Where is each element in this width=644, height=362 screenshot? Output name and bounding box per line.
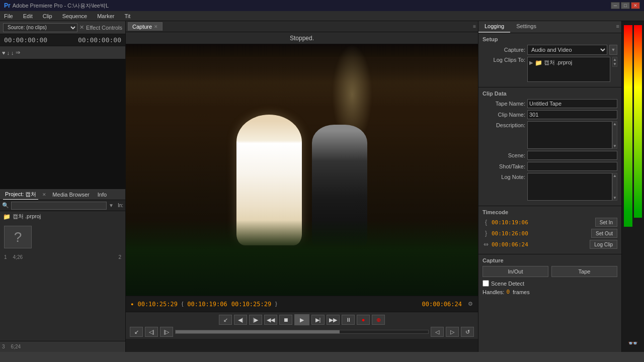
lognote-scroll-up[interactable]: ▲ bbox=[613, 173, 617, 178]
search-dropdown[interactable]: ▼ bbox=[109, 203, 114, 208]
tc-out-icon: } bbox=[482, 230, 490, 237]
tab-close-icon[interactable]: ✕ bbox=[154, 24, 158, 29]
minimize-button[interactable]: ─ bbox=[611, 2, 620, 9]
scroll-up[interactable]: ▲ bbox=[613, 57, 617, 62]
log-clip-button[interactable]: Log Clip bbox=[590, 240, 617, 249]
desc-scrollbar[interactable]: ▲ ▼ bbox=[612, 121, 617, 149]
project-search-bar: 🔍 ▼ In: bbox=[0, 200, 125, 211]
tc-in-value: 00:10:19:06 bbox=[492, 219, 593, 226]
step-back-button[interactable]: ◀| bbox=[234, 315, 247, 325]
desc-scroll-down[interactable]: ▼ bbox=[613, 144, 617, 148]
list-item: ? bbox=[4, 226, 32, 249]
menu-title[interactable]: Tit bbox=[122, 12, 132, 20]
project-tab-info[interactable]: Info bbox=[96, 191, 109, 199]
search-input[interactable] bbox=[11, 202, 107, 210]
project-tab-media[interactable]: Media Browser bbox=[50, 191, 91, 199]
menu-marker[interactable]: Marker bbox=[95, 12, 116, 20]
clip-icon[interactable]: ? bbox=[4, 226, 32, 248]
scene-detect-label: Scene Detect bbox=[491, 281, 524, 287]
logging-tab[interactable]: Logging bbox=[478, 21, 510, 33]
insert-icon[interactable]: ⇒ bbox=[16, 49, 20, 56]
set-out-button[interactable]: Set Out bbox=[591, 229, 617, 238]
page-num-bottom: 3 bbox=[2, 344, 5, 349]
tc-out-value: 00:10:26:00 bbox=[492, 230, 589, 237]
clip-name-input[interactable] bbox=[527, 110, 617, 119]
rewind-button[interactable]: ◀◀ bbox=[264, 315, 277, 325]
capture-tab[interactable]: Capture ✕ bbox=[128, 22, 163, 31]
progress-bar[interactable] bbox=[175, 330, 429, 334]
panel-menu-icon[interactable]: ≡ bbox=[473, 24, 476, 29]
meter-bar-right bbox=[634, 25, 642, 335]
timecode-left: 00:00:00:00 bbox=[4, 36, 47, 44]
menu-bar: File Edit Clip Sequence Marker Tit bbox=[0, 11, 644, 21]
settings-tab[interactable]: Settings bbox=[510, 21, 542, 33]
count-info: 2 bbox=[118, 254, 121, 260]
tape-button[interactable]: Tape bbox=[551, 266, 617, 277]
mark-in2-button[interactable]: ↙ bbox=[130, 327, 143, 337]
scroll-down[interactable]: ▼ bbox=[613, 62, 617, 66]
project-items: ? bbox=[0, 222, 125, 253]
fast-forward-button[interactable]: ▶▶ bbox=[327, 315, 340, 325]
log-note-input[interactable] bbox=[527, 173, 612, 201]
set-out-icon[interactable]: ↓ bbox=[11, 50, 14, 56]
mark-in-button[interactable]: ↙ bbox=[219, 315, 232, 325]
project-tab-main[interactable]: Project: 캡처 bbox=[3, 190, 38, 200]
window-controls[interactable]: ─ □ ✕ bbox=[611, 2, 640, 9]
jog-left-button[interactable]: ◁ bbox=[431, 327, 444, 337]
lognote-scroll-down[interactable]: ▼ bbox=[613, 196, 617, 200]
desc-scroll-up[interactable]: ▲ bbox=[613, 122, 617, 126]
in-out-button[interactable]: In/Out bbox=[482, 266, 548, 277]
flowers-overlay bbox=[126, 220, 478, 296]
prev-frame-button[interactable]: ◁| bbox=[145, 327, 158, 337]
tc-in-row: { 00:10:19:06 Set In bbox=[482, 218, 617, 227]
play-forward-button[interactable]: ▶| bbox=[311, 315, 325, 325]
scene-input[interactable] bbox=[527, 151, 617, 160]
right-panel: Logging Settings ≡ Setup Capture: Audio … bbox=[478, 21, 621, 352]
pause-button[interactable]: ⏸ bbox=[342, 315, 355, 325]
source-dropdown[interactable]: Source: (no clips) bbox=[3, 23, 77, 32]
capture-timecode-bar: ● 00:10:25:29 { 00:10:19:06 00:10:25:29 … bbox=[126, 296, 478, 312]
menu-file[interactable]: File bbox=[2, 12, 15, 20]
capture-select[interactable]: Audio and Video bbox=[527, 45, 607, 55]
tc-in-icon: { bbox=[482, 219, 490, 226]
close-button[interactable]: ✕ bbox=[631, 2, 640, 9]
loop-button[interactable]: ⊕ bbox=[372, 315, 385, 325]
jog-right-button[interactable]: ▷ bbox=[446, 327, 459, 337]
clip-name-row: Clip Name: bbox=[482, 110, 617, 119]
scene-detect-checkbox[interactable] bbox=[482, 280, 489, 287]
source-close[interactable]: ✕ bbox=[79, 24, 84, 31]
mark-in-icon[interactable]: ♥ bbox=[2, 50, 6, 56]
shuttle-button[interactable]: ↺ bbox=[461, 327, 474, 337]
log-note-row: Log Note: ▲ ▼ bbox=[482, 173, 617, 201]
handles-value: 0 bbox=[506, 289, 510, 295]
set-in-button[interactable]: Set In bbox=[595, 218, 617, 227]
folder-icon: 📁 bbox=[3, 213, 11, 220]
step-forward-button[interactable]: |▶ bbox=[249, 315, 262, 325]
next-frame-button[interactable]: |▷ bbox=[160, 327, 173, 337]
play-button[interactable]: ▶ bbox=[294, 314, 309, 325]
menu-clip[interactable]: Clip bbox=[41, 12, 54, 20]
project-folder: 📁 캡처 .prproj bbox=[0, 211, 125, 222]
menu-edit[interactable]: Edit bbox=[21, 12, 35, 20]
stop-button[interactable]: ⏹ bbox=[279, 315, 292, 325]
setup-title: Setup bbox=[482, 36, 617, 42]
capture-dropdown-arrow[interactable]: ▼ bbox=[609, 45, 617, 55]
project-close[interactable]: ✕ bbox=[42, 192, 46, 197]
effect-controls-tab[interactable]: Effect Controls bbox=[86, 25, 122, 31]
project-content: 📁 캡처 .prproj ? 1 4;26 2 bbox=[0, 211, 125, 341]
menu-sequence[interactable]: Sequence bbox=[60, 12, 90, 20]
panel-options-icon[interactable]: ≡ bbox=[614, 21, 621, 33]
shot-take-row: Shot/Take: bbox=[482, 162, 617, 171]
record-button[interactable]: ● bbox=[357, 315, 370, 325]
source-bar: Source: (no clips) ✕ Effect Controls bbox=[0, 21, 125, 34]
maximize-button[interactable]: □ bbox=[621, 2, 630, 9]
left-panel: Source: (no clips) ✕ Effect Controls 00:… bbox=[0, 21, 126, 352]
tape-name-input[interactable] bbox=[527, 99, 617, 108]
tc-settings-icon[interactable]: ⚙ bbox=[468, 301, 473, 307]
timecode-out: 00:10:25:29 bbox=[231, 301, 271, 308]
set-in-icon[interactable]: ↓ bbox=[7, 50, 10, 56]
lognote-scrollbar[interactable]: ▲ ▼ bbox=[612, 173, 617, 201]
description-input[interactable] bbox=[527, 121, 612, 149]
scrollbar-right[interactable]: ▲ ▼ bbox=[612, 57, 617, 67]
shot-take-input[interactable] bbox=[527, 162, 617, 171]
